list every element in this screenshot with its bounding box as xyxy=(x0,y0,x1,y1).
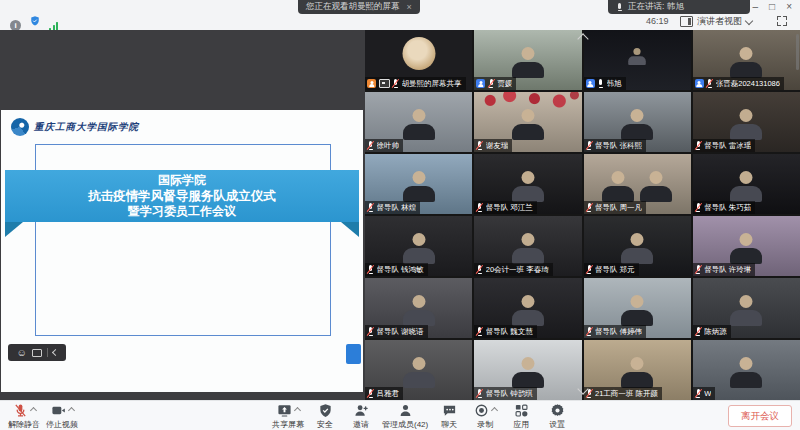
mic-slash xyxy=(585,327,592,336)
mic-slash xyxy=(695,389,702,398)
mic-icon xyxy=(616,3,623,12)
participant-label: 督导队 钱鸿敏 xyxy=(365,263,428,276)
participant-label: 20会计一班 李春琦 xyxy=(474,263,552,276)
view-mode-label: 演讲者视图 xyxy=(697,15,742,28)
participant-tile[interactable]: 督导队 钱鸿敏 xyxy=(365,216,472,276)
fullscreen-icon[interactable] xyxy=(777,16,787,26)
participant-tile[interactable]: 张晋磊2024131086 xyxy=(693,30,800,90)
invite-person-icon xyxy=(354,403,369,418)
participant-name: W xyxy=(704,387,711,400)
participant-label: 督导队 傅婷伟 xyxy=(584,325,647,338)
participant-tile[interactable]: 督导队 钟韵琪 xyxy=(474,340,581,400)
participant-tile[interactable]: 督导队 郑元 xyxy=(584,216,691,276)
participant-label: 督导队 谢晓语 xyxy=(365,325,428,338)
person-silhouette xyxy=(628,48,647,65)
participant-tile[interactable]: 督导队 魏文慧 xyxy=(474,278,581,338)
toolbar-item-label: 录制 xyxy=(477,419,493,430)
participant-label: 陈炳源 xyxy=(693,325,731,338)
participant-label: 督导队 雷冰瑶 xyxy=(693,139,756,152)
stop-video-button[interactable]: 停止视频 xyxy=(46,403,78,430)
participant-tile[interactable]: 督导队 朱巧茹 xyxy=(693,154,800,214)
slide-banner: 国际学院 抗击疫情学风督导服务队成立仪式 暨学习委员工作会议 xyxy=(5,170,359,222)
invite-button[interactable]: 邀请 xyxy=(346,403,376,430)
person-silhouette xyxy=(620,357,654,388)
mic-slash xyxy=(367,265,374,274)
manage-members-button[interactable]: 管理成员(42) xyxy=(382,403,428,430)
maximize-button[interactable]: □ xyxy=(769,1,775,13)
caret-up-icon[interactable] xyxy=(67,407,74,414)
settings-gear-icon xyxy=(550,403,565,418)
share-screen-button[interactable]: 共享屏幕 xyxy=(272,403,304,430)
record-button[interactable]: 录制 xyxy=(470,403,500,430)
close-button[interactable]: × xyxy=(786,1,792,13)
chat-button[interactable]: 聊天 xyxy=(434,403,464,430)
person-silhouette xyxy=(729,109,763,140)
participant-tile[interactable]: 督导队 邓江兰 xyxy=(474,154,581,214)
mic-muted-icon xyxy=(476,265,483,275)
collapse-icon[interactable] xyxy=(52,349,59,356)
caret-up-icon[interactable] xyxy=(293,407,300,414)
emoji-icon[interactable] xyxy=(16,348,26,358)
caret-up-icon[interactable] xyxy=(29,407,36,414)
participant-tile[interactable]: 督导队 傅婷伟 xyxy=(584,278,691,338)
mic-muted-icon xyxy=(695,203,702,213)
participant-tile[interactable]: 胡曼熙的屏幕共享 xyxy=(365,30,472,90)
mic-muted-icon xyxy=(695,327,702,337)
participant-label: 谢友瑞 xyxy=(474,139,512,152)
close-icon[interactable]: × xyxy=(407,2,412,12)
participant-name: 督导队 魏文慧 xyxy=(486,325,533,338)
person-badge-icon xyxy=(367,79,376,88)
participant-tile[interactable]: 督导队 张科熙 xyxy=(584,92,691,152)
participant-tile[interactable]: 陈炳源 xyxy=(693,278,800,338)
scrollbar[interactable] xyxy=(796,34,799,70)
banner-line-1: 国际学院 xyxy=(5,173,359,188)
toolbar-left-group: 解除静音停止视频 xyxy=(8,403,78,430)
shared-screen-area: 重庆工商大学国际学院 国际学院 抗击疫情学风督导服务队成立仪式 暨学习委员工作会… xyxy=(0,30,365,400)
participant-tile[interactable]: W xyxy=(693,340,800,400)
settings-button[interactable]: 设置 xyxy=(542,403,572,430)
caret-up-icon[interactable] xyxy=(491,407,498,414)
mic-muted-icon xyxy=(695,265,702,275)
toolbar-item-label: 停止视频 xyxy=(46,419,78,430)
security-button[interactable]: 安全 xyxy=(310,403,340,430)
participant-tile[interactable]: 21工商一班 陈开颜 xyxy=(584,340,691,400)
participant-tile[interactable]: 吕雅君 xyxy=(365,340,472,400)
chat-icon[interactable] xyxy=(32,349,42,357)
shield-icon[interactable] xyxy=(29,13,41,31)
participant-tile[interactable]: 徐叶帅 xyxy=(365,92,472,152)
participant-name: 韩旭 xyxy=(607,77,622,90)
floating-widget[interactable] xyxy=(346,344,361,364)
mic-slash xyxy=(367,327,374,336)
mic-slash xyxy=(367,389,374,398)
apps-button[interactable]: 应用 xyxy=(506,403,536,430)
participant-tile[interactable]: 督导队 周一凡 xyxy=(584,154,691,214)
view-mode-selector[interactable]: 演讲者视图 xyxy=(680,15,752,28)
mic-slash xyxy=(367,203,374,212)
participant-tile[interactable]: 20会计一班 李春琦 xyxy=(474,216,581,276)
mic-muted-icon xyxy=(586,265,593,275)
participant-tile[interactable]: 韩旭 xyxy=(584,30,691,90)
mic-slash xyxy=(695,327,702,336)
person-silhouette xyxy=(511,171,545,202)
participant-tile[interactable]: 贾媛 xyxy=(474,30,581,90)
unmute-button[interactable]: 解除静音 xyxy=(8,403,40,430)
window-controls: – □ × xyxy=(753,1,792,13)
minimize-button[interactable]: – xyxy=(753,1,759,13)
participant-tile[interactable]: 督导队 许玲琳 xyxy=(693,216,800,276)
participant-tile[interactable]: 谢友瑞 xyxy=(474,92,581,152)
toolbar-center-group: 共享屏幕安全邀请管理成员(42)聊天录制应用设置 xyxy=(272,403,572,430)
mic-on-icon xyxy=(597,79,604,89)
participant-tile[interactable]: 督导队 谢晓语 xyxy=(365,278,472,338)
mic-muted-icon xyxy=(392,79,399,89)
mic-slash xyxy=(488,79,495,88)
mic-slash xyxy=(476,203,483,212)
mic-muted-icon xyxy=(367,327,374,337)
toolbar-item-label: 管理成员(42) xyxy=(382,419,428,430)
participant-tile[interactable]: 督导队 林煌 xyxy=(365,154,472,214)
participant-tile[interactable]: 督导队 雷冰瑶 xyxy=(693,92,800,152)
person-silhouette xyxy=(639,171,673,202)
speaking-banner: 正在讲话: 韩旭 xyxy=(608,0,750,14)
leave-meeting-button[interactable]: 离开会议 xyxy=(728,405,792,427)
watching-banner-text: 您正在观看胡曼熙的屏幕 xyxy=(306,1,400,13)
banner-ribbon-left xyxy=(5,222,23,237)
